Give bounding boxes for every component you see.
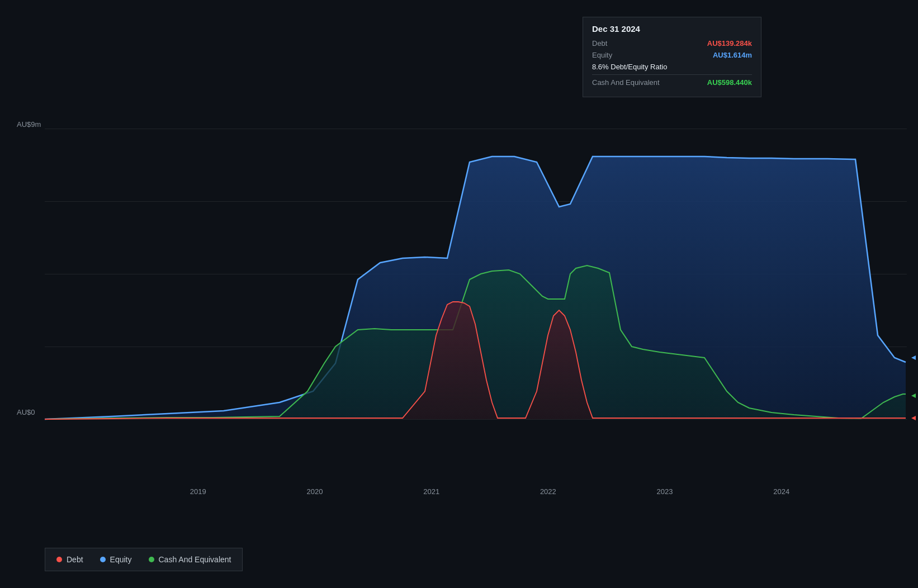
x-label-2019: 2019: [190, 487, 206, 496]
chart-svg: [0, 0, 918, 588]
x-label-2020: 2020: [306, 487, 323, 496]
tooltip-divider: [592, 74, 752, 75]
svg-marker-1: [911, 393, 916, 398]
tooltip-date: Dec 31 2024: [592, 24, 752, 34]
legend-debt: Debt: [56, 555, 83, 564]
x-label-2023: 2023: [657, 487, 673, 496]
tooltip-cash-row: Cash And Equivalent AU$598.440k: [592, 78, 752, 87]
tooltip-equity-label: Equity: [592, 51, 612, 59]
tooltip-cash-value: AU$598.440k: [707, 78, 752, 87]
legend-debt-dot: [56, 557, 62, 562]
legend-cash-dot: [149, 557, 154, 562]
x-label-2024: 2024: [773, 487, 789, 496]
tooltip-cash-label: Cash And Equivalent: [592, 78, 660, 87]
tooltip-ratio: 8.6% Debt/Equity Ratio: [592, 63, 752, 71]
tooltip: Dec 31 2024 Debt AU$139.284k Equity AU$1…: [583, 17, 761, 97]
legend: Debt Equity Cash And Equivalent: [45, 548, 243, 571]
legend-equity: Equity: [100, 555, 132, 564]
legend-equity-label: Equity: [110, 555, 132, 564]
legend-cash: Cash And Equivalent: [149, 555, 231, 564]
svg-marker-2: [911, 416, 916, 420]
tooltip-debt-label: Debt: [592, 39, 607, 48]
svg-marker-0: [911, 355, 916, 360]
tooltip-equity-value: AU$1.614m: [713, 51, 752, 59]
tooltip-debt-row: Debt AU$139.284k: [592, 39, 752, 48]
x-label-2021: 2021: [423, 487, 439, 496]
x-axis: 2019 2020 2021 2022 2023 2024: [45, 487, 907, 496]
tooltip-debt-value: AU$139.284k: [707, 39, 752, 48]
legend-debt-label: Debt: [67, 555, 83, 564]
tooltip-equity-row: Equity AU$1.614m: [592, 51, 752, 59]
x-label-2022: 2022: [540, 487, 556, 496]
legend-equity-dot: [100, 557, 106, 562]
chart-container: AU$9m AU$0: [0, 0, 918, 588]
legend-cash-label: Cash And Equivalent: [159, 555, 231, 564]
